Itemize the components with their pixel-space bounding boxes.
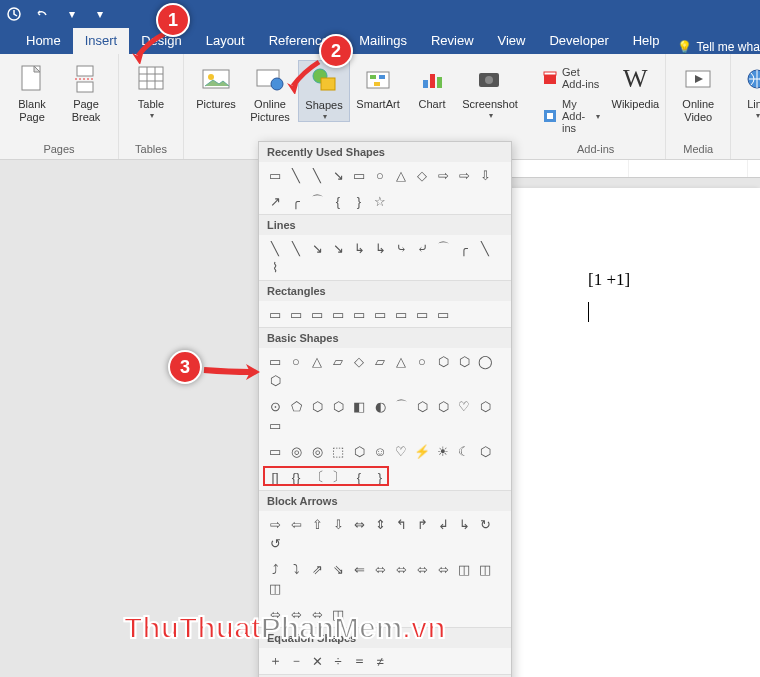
shape-item[interactable]: } xyxy=(349,192,369,210)
shape-item[interactable]: ⬄ xyxy=(433,560,453,578)
shape-item[interactable]: ⇘ xyxy=(328,560,348,578)
shape-item[interactable]: { xyxy=(349,468,369,486)
shape-item[interactable]: ▭ xyxy=(370,305,390,323)
shape-item[interactable]: ⬡ xyxy=(307,397,327,415)
shape-item[interactable]: ▭ xyxy=(265,442,285,460)
shape-item[interactable]: ▭ xyxy=(328,305,348,323)
tab-mailings[interactable]: Mailings xyxy=(347,28,419,54)
shape-item[interactable]: ✕ xyxy=(307,652,327,670)
shape-item[interactable]: ⬠ xyxy=(286,397,306,415)
shape-item[interactable]: ▭ xyxy=(349,305,369,323)
shape-item[interactable]: ⬡ xyxy=(454,352,474,370)
shape-item[interactable]: ↗ xyxy=(265,192,285,210)
smartart-button[interactable]: SmartArt xyxy=(352,60,404,111)
qat-customize-caret[interactable]: ▾ xyxy=(90,7,110,21)
shape-item[interactable]: ⊙ xyxy=(265,397,285,415)
shape-item[interactable]: ↻ xyxy=(475,515,495,533)
shape-item[interactable]: ⬡ xyxy=(349,442,369,460)
tab-help[interactable]: Help xyxy=(621,28,672,54)
shape-item[interactable]: ↘ xyxy=(328,166,348,184)
tab-review[interactable]: Review xyxy=(419,28,486,54)
shape-item[interactable]: ╲ xyxy=(475,239,495,257)
shape-item[interactable]: 〕 xyxy=(328,468,348,486)
shape-item[interactable]: ↳ xyxy=(370,239,390,257)
shape-item[interactable]: ⤷ xyxy=(391,239,411,257)
shape-item[interactable]: ↰ xyxy=(391,515,411,533)
shape-item[interactable]: ☆ xyxy=(370,192,390,210)
shape-item[interactable]: ◧ xyxy=(349,397,369,415)
shape-item[interactable]: ⌇ xyxy=(265,258,285,276)
tab-view[interactable]: View xyxy=(486,28,538,54)
tab-insert[interactable]: Insert xyxy=(73,28,130,54)
shape-item[interactable]: ⬡ xyxy=(475,442,495,460)
shape-item[interactable]: ⇦ xyxy=(286,515,306,533)
shape-item[interactable]: ⬡ xyxy=(265,371,285,389)
horizontal-ruler[interactable] xyxy=(510,160,760,178)
shape-item[interactable]: } xyxy=(370,468,390,486)
shape-item[interactable]: △ xyxy=(391,352,411,370)
screenshot-button[interactable]: Screenshot ▾ xyxy=(460,60,520,120)
shape-item[interactable]: ♡ xyxy=(391,442,411,460)
shape-item[interactable]: ▭ xyxy=(286,305,306,323)
tab-home[interactable]: Home xyxy=(14,28,73,54)
shape-item[interactable]: ⤶ xyxy=(412,239,432,257)
shape-item[interactable]: ⇕ xyxy=(370,515,390,533)
shape-item[interactable]: ◎ xyxy=(307,442,327,460)
shape-item[interactable]: ⬄ xyxy=(370,560,390,578)
shape-item[interactable]: ↘ xyxy=(328,239,348,257)
shape-item[interactable]: ⇗ xyxy=(307,560,327,578)
shape-item[interactable]: ╲ xyxy=(286,166,306,184)
shape-item[interactable]: ⇨ xyxy=(265,515,285,533)
shape-item[interactable]: ⬚ xyxy=(328,442,348,460)
shape-item[interactable]: ◇ xyxy=(349,352,369,370)
shape-item[interactable]: ☾ xyxy=(454,442,474,460)
shape-item[interactable]: { xyxy=(328,192,348,210)
shape-item[interactable]: ⬡ xyxy=(433,397,453,415)
shape-item[interactable]: ⬡ xyxy=(475,397,495,415)
shape-item[interactable]: ▭ xyxy=(349,166,369,184)
shape-item[interactable]: [] xyxy=(265,468,285,486)
shape-item[interactable]: ⇩ xyxy=(475,166,495,184)
shape-item[interactable]: 〔 xyxy=(307,468,327,486)
shape-item[interactable]: ⇧ xyxy=(307,515,327,533)
blank-page-button[interactable]: Blank Page xyxy=(6,60,58,123)
tab-developer[interactable]: Developer xyxy=(537,28,620,54)
shape-item[interactable]: {} xyxy=(286,468,306,486)
shape-item[interactable]: ◯ xyxy=(475,352,495,370)
shape-item[interactable]: △ xyxy=(307,352,327,370)
shape-item[interactable]: ÷ xyxy=(328,652,348,670)
shape-item[interactable]: ╭ xyxy=(454,239,474,257)
shape-item[interactable]: ╲ xyxy=(286,239,306,257)
shape-item[interactable]: ⬄ xyxy=(391,560,411,578)
shape-item[interactable]: ↲ xyxy=(433,515,453,533)
shape-item[interactable]: － xyxy=(286,652,306,670)
pictures-button[interactable]: Pictures xyxy=(190,60,242,111)
document-page[interactable]: [1 +1] xyxy=(510,188,760,677)
chart-button[interactable]: Chart xyxy=(406,60,458,111)
shape-item[interactable]: ♡ xyxy=(454,397,474,415)
shape-item[interactable]: △ xyxy=(391,166,411,184)
shape-item[interactable]: ＋ xyxy=(265,652,285,670)
shape-item[interactable]: ⬡ xyxy=(412,397,432,415)
shape-item[interactable]: ≠ xyxy=(370,652,390,670)
shape-item[interactable]: ╭ xyxy=(286,192,306,210)
shape-item[interactable]: ╲ xyxy=(307,166,327,184)
shape-item[interactable]: ▭ xyxy=(307,305,327,323)
tab-layout[interactable]: Layout xyxy=(194,28,257,54)
shape-item[interactable]: ⇐ xyxy=(349,560,369,578)
shape-item[interactable]: ↳ xyxy=(349,239,369,257)
shape-item[interactable]: ⤴ xyxy=(265,560,285,578)
shape-item[interactable]: ◇ xyxy=(412,166,432,184)
my-addins-button[interactable]: My Add-ins ▾ xyxy=(538,96,604,136)
shape-item[interactable]: ○ xyxy=(286,352,306,370)
shape-item[interactable]: ⇨ xyxy=(433,166,453,184)
shape-item[interactable]: ▱ xyxy=(328,352,348,370)
shape-item[interactable]: ⌒ xyxy=(391,397,411,415)
shapes-dropdown-panel[interactable]: Recently Used Shapes▭╲╲↘▭○△◇⇨⇨⇩↗╭⌒{}☆Lin… xyxy=(258,141,512,677)
shape-item[interactable]: ▭ xyxy=(265,416,285,434)
shape-item[interactable]: ▭ xyxy=(265,166,285,184)
shape-item[interactable]: ⇨ xyxy=(454,166,474,184)
shape-item[interactable]: ＝ xyxy=(349,652,369,670)
shape-item[interactable]: ⬡ xyxy=(328,397,348,415)
shape-item[interactable]: ☺ xyxy=(370,442,390,460)
